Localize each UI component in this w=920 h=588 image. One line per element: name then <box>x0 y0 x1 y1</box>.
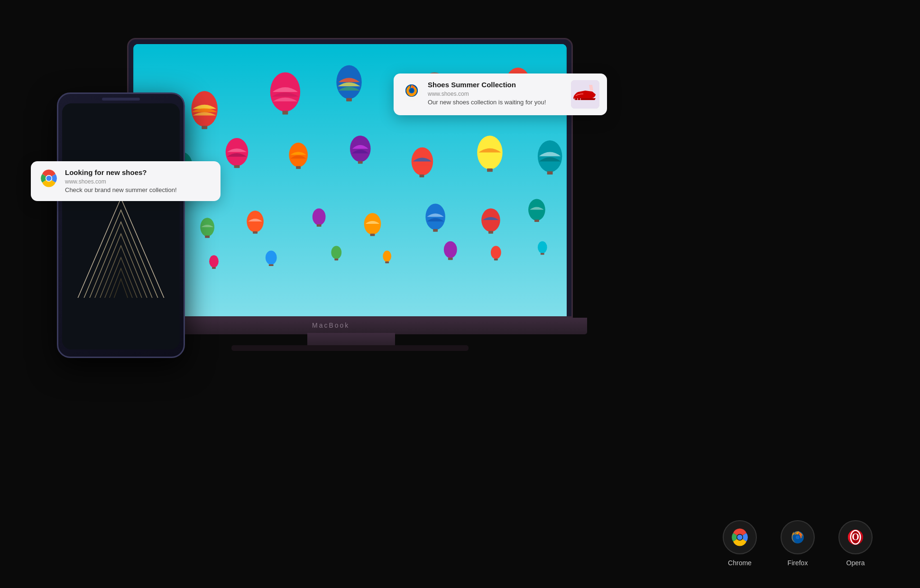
svg-point-70 <box>410 89 414 93</box>
chrome-browser-icon <box>729 527 750 548</box>
firefox-label: Firefox <box>788 559 808 567</box>
phone-wallpaper <box>62 103 180 349</box>
svg-rect-52 <box>541 253 544 255</box>
firefox-notification-content: Shoes Summer Collection www.shoes.com Ou… <box>428 80 565 107</box>
phone-notch <box>102 98 140 101</box>
svg-text:O: O <box>852 532 859 542</box>
macbook-brand-label: MacBook <box>312 322 350 329</box>
svg-point-76 <box>796 535 800 539</box>
svg-point-29 <box>313 208 326 225</box>
svg-rect-22 <box>487 168 493 172</box>
svg-rect-46 <box>385 261 389 263</box>
firefox-notification-url: www.shoes.com <box>428 91 565 97</box>
chrome-notification-icon <box>38 168 59 189</box>
macbook-foot <box>231 345 469 351</box>
svg-point-51 <box>538 241 547 254</box>
firefox-browser-icon <box>787 527 808 548</box>
chrome-notification-content: Looking for new shoes? www.shoes.com Che… <box>65 168 213 194</box>
chrome-icon-circle <box>723 520 757 554</box>
svg-point-43 <box>331 246 341 259</box>
svg-rect-2 <box>202 126 207 129</box>
notification-card-chrome: Looking for new shoes? www.shoes.com Che… <box>31 161 221 201</box>
phone-device <box>57 92 185 358</box>
firefox-notification-title: Shoes Summer Collection <box>428 80 565 90</box>
macbook-stand <box>307 333 395 346</box>
svg-rect-18 <box>358 161 363 164</box>
svg-point-49 <box>491 246 501 259</box>
svg-rect-26 <box>205 236 210 238</box>
svg-point-73 <box>737 535 743 540</box>
svg-point-47 <box>444 241 457 258</box>
svg-rect-40 <box>212 267 216 269</box>
notification-card-firefox: Shoes Summer Collection www.shoes.com Ou… <box>394 74 607 115</box>
svg-point-5 <box>336 65 361 99</box>
svg-rect-4 <box>282 111 288 115</box>
svg-rect-42 <box>269 264 274 266</box>
svg-rect-28 <box>253 231 258 234</box>
browser-icon-item-opera: O Opera <box>838 520 873 567</box>
chrome-notification-title: Looking for new shoes? <box>65 168 213 177</box>
chrome-label: Chrome <box>728 559 752 567</box>
svg-rect-30 <box>317 224 322 227</box>
svg-rect-32 <box>370 234 375 236</box>
svg-point-41 <box>266 250 277 265</box>
svg-rect-34 <box>433 229 438 232</box>
svg-rect-38 <box>534 220 539 222</box>
svg-rect-24 <box>547 171 553 175</box>
svg-point-17 <box>350 136 371 162</box>
chrome-notification-body: Check our brand new summer collection! <box>65 186 213 194</box>
opera-browser-icon: O <box>845 527 866 548</box>
firefox-icon-circle <box>781 520 815 554</box>
svg-rect-48 <box>448 257 453 260</box>
browser-icons-section: Chrome Firefox <box>723 520 873 567</box>
browser-icon-item-firefox: Firefox <box>781 520 815 567</box>
browser-icon-item-chrome: Chrome <box>723 520 757 567</box>
svg-rect-6 <box>346 98 352 101</box>
svg-rect-50 <box>494 258 498 260</box>
phone-screen <box>62 103 180 349</box>
svg-rect-36 <box>488 231 493 234</box>
svg-point-65 <box>46 176 52 181</box>
firefox-notification-image <box>571 80 599 109</box>
firefox-notification-icon <box>401 80 422 101</box>
opera-icon-circle: O <box>838 520 873 554</box>
svg-rect-20 <box>419 175 424 177</box>
opera-label: Opera <box>846 559 865 567</box>
svg-point-39 <box>209 255 219 267</box>
firefox-notification-body: Our new shoes collection is waiting for … <box>428 98 565 107</box>
svg-rect-44 <box>334 258 338 260</box>
chrome-notification-url: www.shoes.com <box>65 178 213 185</box>
svg-point-45 <box>383 250 391 262</box>
svg-rect-14 <box>234 165 240 168</box>
phone-body <box>57 92 185 358</box>
svg-rect-16 <box>296 166 301 169</box>
